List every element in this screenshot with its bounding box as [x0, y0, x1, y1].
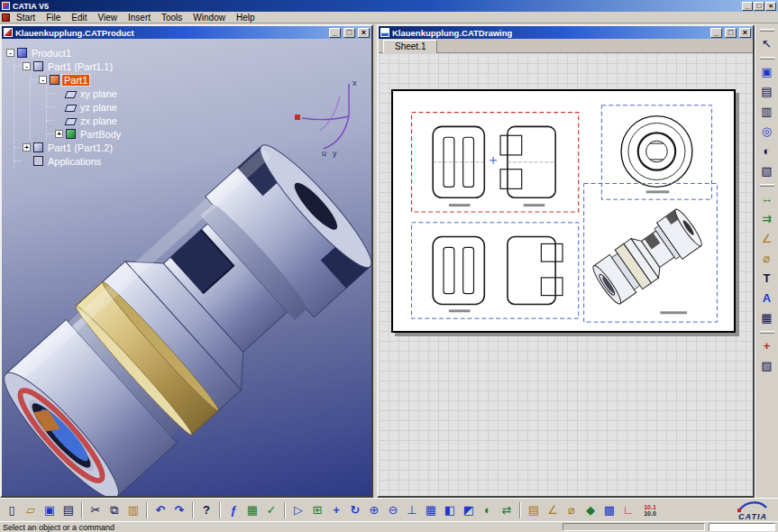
shading-view-mode-icon[interactable]: ◩: [460, 501, 478, 519]
angle-dimension-tool-icon[interactable]: ∠: [758, 229, 776, 247]
tree-item-zx-plane[interactable]: zx plane: [55, 114, 123, 127]
geometry-creation-tool-icon[interactable]: +: [758, 336, 776, 354]
catalog-browser-icon[interactable]: ▤: [525, 501, 543, 519]
menu-window[interactable]: Window: [188, 12, 231, 23]
command-entry-field[interactable]: [709, 523, 775, 531]
precision-display[interactable]: 10.1 10.0: [638, 501, 662, 519]
app-maximize-button[interactable]: □: [754, 2, 764, 11]
tree-item-label[interactable]: xy plane: [78, 88, 119, 99]
second-half-section-view[interactable]: [508, 237, 563, 305]
undo-icon[interactable]: ↶: [151, 501, 169, 519]
tree-item-part1-instance2[interactable]: + Part1 (Part1.2): [23, 141, 123, 154]
tree-item-label[interactable]: zx plane: [78, 115, 119, 126]
tree-item-label[interactable]: yz plane: [78, 102, 119, 113]
view-frame[interactable]: [601, 105, 711, 199]
power-input-field[interactable]: [563, 523, 705, 531]
drawing-close-button[interactable]: ×: [739, 28, 751, 38]
rotate-icon[interactable]: ↻: [346, 501, 364, 519]
dimensions-tool-icon[interactable]: ↔: [758, 189, 776, 207]
menu-start[interactable]: Start: [11, 12, 41, 23]
apply-material-icon[interactable]: ◆: [581, 501, 600, 519]
menu-edit[interactable]: Edit: [66, 12, 92, 23]
section-view[interactable]: [500, 126, 555, 197]
projection-view-tool-icon[interactable]: ▤: [758, 82, 776, 100]
expand-toggle-icon[interactable]: -: [39, 76, 47, 84]
hide-show-icon[interactable]: ◐: [479, 501, 497, 519]
clipping-view-tool-icon[interactable]: ◐: [758, 142, 776, 160]
axis-system-icon[interactable]: ∟: [619, 501, 637, 519]
zoom-in-icon[interactable]: ⊕: [365, 501, 383, 519]
save-document-icon[interactable]: ▣: [41, 501, 59, 519]
measure-item-icon[interactable]: ⌀: [563, 501, 581, 519]
app-close-button[interactable]: ×: [765, 2, 776, 11]
front-view[interactable]: [433, 126, 484, 197]
product-minimize-button[interactable]: _: [329, 28, 341, 38]
open-document-icon[interactable]: ▱: [22, 501, 40, 519]
product-window-titlebar[interactable]: Klauenkupplung.CATProduct _ □ ×: [2, 26, 371, 39]
swap-visible-space-icon[interactable]: ⇄: [498, 501, 516, 519]
isometric-view[interactable]: [590, 206, 706, 307]
quick-view-mode-icon[interactable]: ◧: [441, 501, 459, 519]
tree-item-label-selected[interactable]: Part1: [62, 75, 89, 86]
tab-sheet1[interactable]: Sheet.1: [383, 40, 437, 53]
expand-toggle-icon[interactable]: -: [6, 49, 14, 57]
expand-toggle-icon[interactable]: +: [23, 143, 31, 151]
table-tool-icon[interactable]: ▦: [758, 308, 776, 326]
normal-view-icon[interactable]: ⊥: [403, 501, 421, 519]
create-multi-view-icon[interactable]: ▦: [422, 501, 440, 519]
chained-dimensions-tool-icon[interactable]: ⇉: [758, 209, 776, 227]
zoom-out-icon[interactable]: ⊖: [384, 501, 402, 519]
toolbar-grip[interactable]: [760, 57, 774, 60]
knowledge-check-icon[interactable]: ✓: [262, 501, 280, 519]
pan-icon[interactable]: +: [327, 501, 345, 519]
app-minimize-button[interactable]: _: [742, 2, 753, 11]
tree-item-label[interactable]: Part1 (Part1.1): [46, 61, 114, 72]
menu-view[interactable]: View: [92, 12, 123, 23]
toolbar-grip[interactable]: [760, 184, 774, 187]
second-half-front-view[interactable]: [433, 237, 484, 305]
tree-item-partbody[interactable]: + PartBody: [55, 127, 123, 141]
balloon-tool-icon[interactable]: A: [758, 289, 776, 307]
tree-item-part1-selected[interactable]: - Part1: [39, 73, 123, 87]
grid-options-icon[interactable]: ▩: [600, 501, 618, 519]
copy-icon[interactable]: ⧉: [105, 501, 124, 519]
quick-print-icon[interactable]: ▤: [59, 501, 78, 519]
tree-item-label[interactable]: Part1 (Part1.2): [46, 142, 114, 153]
toolbar-grip[interactable]: [760, 29, 774, 32]
toolbar-grip[interactable]: [760, 331, 774, 334]
tree-item-yz-plane[interactable]: yz plane: [55, 100, 123, 114]
menu-help[interactable]: Help: [231, 12, 261, 23]
tree-item-xy-plane[interactable]: xy plane: [55, 87, 123, 100]
section-view-tool-icon[interactable]: ▥: [758, 102, 776, 120]
tree-item-applications[interactable]: Applications: [23, 154, 123, 168]
new-document-icon[interactable]: ▯: [3, 501, 21, 519]
text-annotation-tool-icon[interactable]: T: [758, 269, 776, 287]
3d-viewport[interactable]: x u y - Product1 - Part1 (Part1.1): [2, 39, 371, 496]
expand-toggle-icon[interactable]: +: [55, 130, 63, 138]
product-close-button[interactable]: ×: [358, 28, 370, 38]
formula-icon[interactable]: ƒ: [224, 501, 243, 519]
tree-item-label[interactable]: PartBody: [78, 129, 123, 140]
detail-view-tool-icon[interactable]: ◎: [758, 122, 776, 140]
paste-icon[interactable]: ▥: [124, 501, 142, 519]
broken-view-tool-icon[interactable]: ▧: [758, 161, 776, 179]
view-frame[interactable]: [412, 223, 579, 318]
expand-toggle-icon[interactable]: -: [23, 62, 31, 70]
compass-origin-handle[interactable]: [295, 115, 300, 120]
measure-between-icon[interactable]: ∠: [544, 501, 562, 519]
product-maximize-button[interactable]: □: [343, 28, 355, 38]
front-view-tool-icon[interactable]: ▣: [758, 62, 776, 80]
tree-item-label[interactable]: Product1: [30, 48, 73, 59]
diameter-dimension-tool-icon[interactable]: ⌀: [758, 249, 776, 267]
drawing-window-titlebar[interactable]: Klauenkupplung.CATDrawing _ □ ×: [379, 26, 753, 39]
tree-item-part1-instance1[interactable]: - Part1 (Part1.1): [23, 60, 123, 73]
whats-this-help-icon[interactable]: ?: [197, 501, 215, 519]
3d-compass[interactable]: x u y: [280, 73, 366, 159]
select-tool-icon[interactable]: ↖: [758, 34, 776, 52]
axial-view[interactable]: [621, 116, 692, 188]
drawing-area[interactable]: [379, 53, 753, 496]
design-table-icon[interactable]: ▦: [243, 501, 261, 519]
drawing-sheet[interactable]: [391, 89, 736, 333]
fit-all-in-icon[interactable]: ⊞: [308, 501, 326, 519]
menu-tools[interactable]: Tools: [156, 12, 188, 23]
